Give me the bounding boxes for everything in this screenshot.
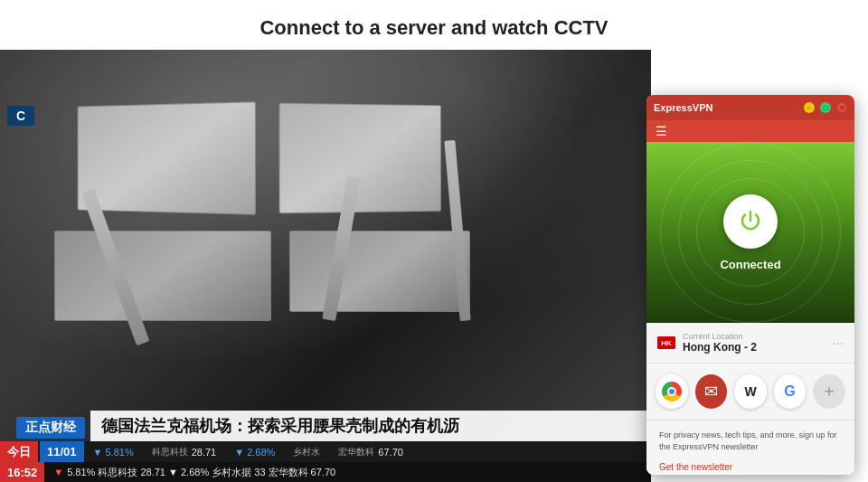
stock-change-1: ▼ 5.81% (93, 447, 134, 458)
vpn-connected-area: Connected (646, 142, 854, 323)
vpn-shortcut-wikipedia[interactable]: W (734, 374, 767, 409)
stock-name-5: 宏华数科 (338, 446, 374, 458)
hamburger-icon[interactable]: ☰ (656, 124, 667, 138)
minimize-button[interactable]: − (804, 102, 815, 113)
vpn-location-info: Current Location Hong Kong - 2 (683, 332, 826, 354)
ticker-stock-4: 乡村水 (284, 446, 329, 458)
vpn-power-button[interactable] (723, 194, 778, 249)
ticker-more: 5.81% 科思科技 28.71 ▼ 2.68% 乡村水据 33 宏华数科 67… (67, 466, 335, 479)
ticker-arrow: ▼ (53, 467, 63, 477)
vpn-newsletter-link[interactable]: Get the newsletter (659, 462, 732, 472)
page-title: Connect to a server and watch CCTV (0, 0, 868, 49)
stock-name-4: 乡村水 (293, 446, 320, 458)
channel-logo: C (7, 106, 34, 126)
ticker-row-bottom: 16:52 ▼ 5.81% 科思科技 28.71 ▼ 2.68% 乡村水据 33… (0, 462, 651, 482)
ticker-stock-3: ▼ 2.68% (225, 447, 284, 458)
mail-icon: ✉ (704, 382, 718, 402)
vpn-shortcut-chrome[interactable] (656, 374, 688, 409)
video-area: C 正点财经 德国法兰克福机场：探索采用腰果壳制成的有机沥 今日 11/01 ▼… (0, 50, 651, 482)
ticker-stock-5: 宏华数科 67.70 (329, 446, 412, 458)
date-full-label: 11/01 (47, 445, 77, 458)
stock-name-2: 科思科技 (152, 446, 188, 458)
vpn-shortcut-add[interactable]: + (813, 374, 845, 409)
date-label: 今日 (7, 444, 31, 460)
vpn-menubar: ☰ (646, 120, 854, 142)
ticker-label: 正点财经 (16, 417, 85, 439)
vpn-location-row[interactable]: HK Current Location Hong Kong - 2 ··· (646, 323, 854, 364)
ticker-stock-1: ▼ 5.81% (84, 447, 143, 458)
news-headline: 德国法兰克福机场：探索采用腰果壳制成的有机沥 (90, 411, 651, 441)
stock-change-3: ▼ 2.68% (234, 447, 275, 458)
ticker-time: 16:52 (0, 462, 44, 482)
vpn-location-label: Current Location (683, 332, 826, 341)
main-container: Connect to a server and watch CCTV C 正点财… (0, 0, 868, 482)
vpn-shortcut-google[interactable]: G (774, 374, 807, 409)
power-icon (737, 208, 764, 235)
vpn-newsletter-text: For privacy news, tech tips, and more, s… (659, 430, 842, 452)
vpn-newsletter: For privacy news, tech tips, and more, s… (646, 420, 854, 475)
vpn-location-more[interactable]: ··· (833, 336, 844, 350)
vpn-status: Connected (720, 258, 780, 271)
ticker-fulldate: 11/01 (40, 441, 84, 462)
vpn-location-name: Hong Kong - 2 (683, 341, 826, 354)
ticker-stock-2: 科思科技 28.71 (143, 446, 226, 458)
ticker-date: 今日 (0, 441, 38, 462)
maximize-button[interactable]: □ (820, 102, 831, 113)
ticker-row-top: 今日 11/01 ▼ 5.81% 科思科技 28.71 ▼ 2.68% (0, 441, 651, 462)
vpn-window-controls: − □ ✕ (804, 102, 847, 113)
vpn-shortcuts: ✉ W G + (646, 364, 854, 420)
add-icon: + (824, 382, 835, 402)
vpn-shortcut-mail[interactable]: ✉ (695, 374, 728, 409)
vpn-titlebar: ExpressVPN − □ ✕ (646, 95, 854, 120)
google-icon: G (784, 383, 795, 400)
wiki-icon: W (744, 384, 756, 399)
vpn-flag: HK (657, 336, 675, 349)
vpn-panel: ExpressVPN − □ ✕ ☰ Connected (646, 95, 854, 475)
vpn-brand-label: ExpressVPN (654, 102, 712, 113)
ticker-bar: 今日 11/01 ▼ 5.81% 科思科技 28.71 ▼ 2.68% (0, 441, 651, 482)
ticker-extra: ▼ 5.81% 科思科技 28.71 ▼ 2.68% 乡村水据 33 宏华数科 … (44, 466, 344, 479)
stock-val-2: 28.71 (192, 447, 217, 458)
stock-val-5: 67.70 (378, 447, 403, 458)
close-button[interactable]: ✕ (836, 102, 847, 113)
